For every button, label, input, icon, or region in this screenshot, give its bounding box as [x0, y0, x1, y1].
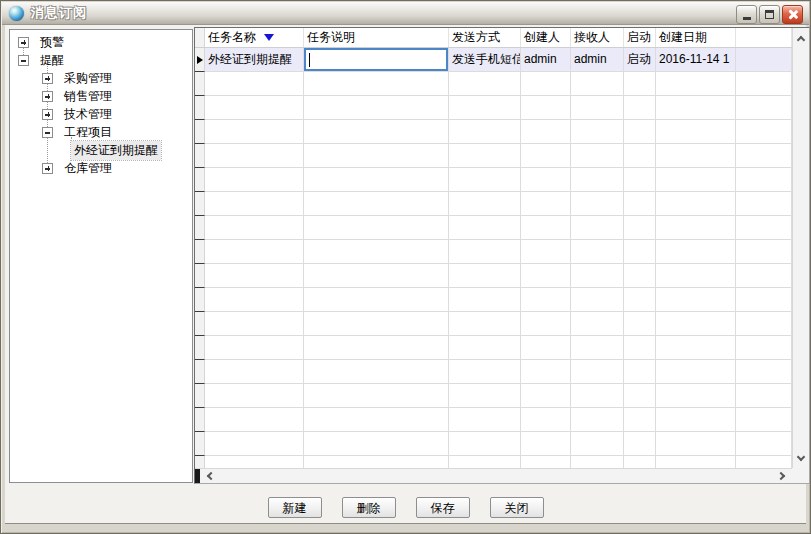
row-cells: [205, 168, 792, 192]
table-row-empty: [195, 456, 792, 468]
tree-item-warehouse-mgmt[interactable]: 仓库管理: [10, 159, 192, 177]
row-gutter: [195, 192, 205, 216]
tree-item-foreign-cert-expiry-reminder[interactable]: 外经证到期提醒: [10, 141, 192, 159]
maximize-icon: [765, 10, 774, 19]
row-gutter: [195, 384, 205, 408]
text-caret: [309, 53, 310, 67]
row-cells: [205, 240, 792, 264]
close-button[interactable]: [782, 5, 803, 24]
row-gutter: [195, 48, 205, 72]
table-row-empty: [195, 360, 792, 384]
scroll-down-button[interactable]: [793, 450, 809, 466]
column-header-task-name[interactable]: 任务名称: [205, 28, 304, 47]
plus-icon[interactable]: [18, 37, 29, 48]
horizontal-scroll-thumb[interactable]: [195, 469, 200, 483]
send-method-cell[interactable]: 发送手机短信: [449, 48, 521, 72]
table-row-empty: [195, 384, 792, 408]
new-button[interactable]: 新建: [268, 497, 322, 518]
table-row-empty: [195, 216, 792, 240]
column-header-label: 创建日期: [659, 30, 707, 44]
scroll-up-button[interactable]: [793, 30, 809, 46]
maximize-button[interactable]: [759, 5, 780, 24]
row-gutter: [195, 240, 205, 264]
dialog-client-area: 预警 提醒 采购管理 销售管理 技术管理: [5, 25, 806, 524]
create-date-cell[interactable]: 2016-11-14 1: [656, 48, 736, 72]
message-subscription-dialog: 消息订阅 预警 提醒: [0, 0, 811, 534]
row-cells: [205, 120, 792, 144]
task-name-cell[interactable]: 外经证到期提醒: [205, 48, 304, 72]
row-cells: [205, 288, 792, 312]
row-cells: [205, 432, 792, 456]
receiver-cell[interactable]: admin: [571, 48, 624, 72]
table-row-empty: [195, 432, 792, 456]
table-row-empty: [195, 264, 792, 288]
row-cells: [205, 144, 792, 168]
tree-item-label: 仓库管理: [61, 159, 115, 178]
creator-cell[interactable]: admin: [521, 48, 571, 72]
table-row-empty: [195, 192, 792, 216]
row-cells: [205, 312, 792, 336]
tree-item-warning[interactable]: 预警: [10, 33, 192, 51]
scroll-left-button[interactable]: [201, 469, 217, 483]
column-header-task-description[interactable]: 任务说明: [304, 28, 449, 47]
column-header-receiver[interactable]: 接收人: [571, 28, 624, 47]
table-row-empty: [195, 120, 792, 144]
column-header-creator[interactable]: 创建人: [521, 28, 571, 47]
task-description-cell[interactable]: [304, 48, 449, 72]
minus-icon[interactable]: [18, 55, 29, 66]
table-row-empty: [195, 96, 792, 120]
filler-cell: [736, 48, 792, 72]
vertical-scrollbar[interactable]: [792, 28, 809, 468]
row-cells: [205, 264, 792, 288]
scroll-right-button[interactable]: [774, 469, 790, 483]
chevron-left-icon: [206, 472, 214, 480]
globe-icon: [9, 6, 24, 21]
row-cells: [205, 72, 792, 96]
scrollbar-corner: [792, 468, 809, 483]
row-cells: [205, 216, 792, 240]
column-header-create-date[interactable]: 创建日期: [656, 28, 736, 47]
tree-item-label: 销售管理: [61, 87, 115, 106]
task-grid: 任务名称 任务说明 发送方式 创建人 接收人 启动 创建日期 外经证到期提醒: [194, 27, 810, 484]
start-cell[interactable]: 启动: [624, 48, 656, 72]
table-row-empty: [195, 336, 792, 360]
tree-item-reminder[interactable]: 提醒: [10, 51, 192, 69]
column-header-label: 发送方式: [452, 30, 500, 44]
close-dialog-button[interactable]: 关闭: [490, 497, 544, 518]
horizontal-scrollbar[interactable]: [195, 468, 792, 483]
row-gutter: [195, 288, 205, 312]
minus-icon[interactable]: [42, 127, 53, 138]
column-header-filler: [736, 28, 792, 47]
row-cells: [205, 192, 792, 216]
row-cells: [205, 336, 792, 360]
row-gutter: [195, 336, 205, 360]
tree-item-tech-mgmt[interactable]: 技术管理: [10, 105, 192, 123]
tree-item-engineering-project[interactable]: 工程项目: [10, 123, 192, 141]
column-header-send-method[interactable]: 发送方式: [449, 28, 521, 47]
plus-icon[interactable]: [42, 73, 53, 84]
tree-item-purchase-mgmt[interactable]: 采购管理: [10, 69, 192, 87]
task-description-editor[interactable]: [304, 48, 448, 71]
plus-icon[interactable]: [42, 91, 53, 102]
minimize-icon: [743, 17, 751, 20]
chevron-down-icon: [797, 452, 805, 460]
grid-main: 任务名称 任务说明 发送方式 创建人 接收人 启动 创建日期 外经证到期提醒: [195, 28, 792, 468]
subscription-tree: 预警 提醒 采购管理 销售管理 技术管理: [9, 29, 193, 483]
row-gutter: [195, 312, 205, 336]
table-row[interactable]: 外经证到期提醒 发送手机短信 admin admin 启动: [195, 48, 792, 72]
column-header-label: 任务名称: [208, 30, 256, 44]
tree-item-sales-mgmt[interactable]: 销售管理: [10, 87, 192, 105]
column-header-start[interactable]: 启动: [624, 28, 656, 47]
window-controls: [736, 5, 803, 24]
delete-button[interactable]: 删除: [342, 497, 396, 518]
row-cells: [205, 360, 792, 384]
row-gutter: [195, 360, 205, 384]
minimize-button[interactable]: [736, 5, 757, 24]
row-indicator-icon: [197, 56, 203, 64]
save-button[interactable]: 保存: [416, 497, 470, 518]
plus-icon[interactable]: [42, 163, 53, 174]
titlebar[interactable]: 消息订阅: [2, 2, 809, 25]
tree-item-label: 预警: [37, 33, 67, 52]
row-gutter: [195, 72, 205, 96]
plus-icon[interactable]: [42, 109, 53, 120]
